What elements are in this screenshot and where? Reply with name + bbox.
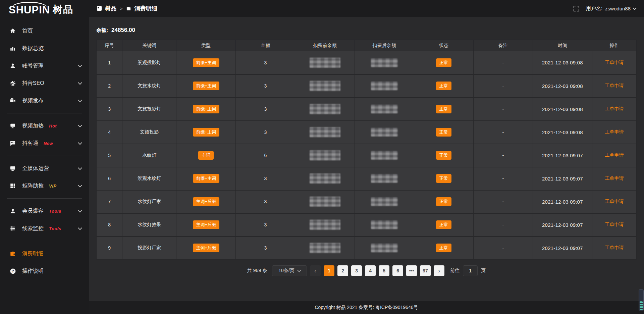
vip-badge: VIP (49, 184, 56, 189)
sidebar-item-all-media[interactable]: 全媒体运营 (0, 160, 89, 177)
row-amount: 6 (236, 144, 295, 167)
col-time: 时间 (533, 40, 592, 51)
row-amount: 3 (236, 74, 295, 98)
ticket-apply-link[interactable]: 工单申请 (605, 60, 624, 65)
table-row: 1 景观投影灯 前缀+主词 3 正常 - 2021-12-03 09:08 工单… (97, 51, 637, 74)
sidebar-item-label: 线索监控 (22, 225, 44, 232)
status-badge: 正常 (436, 151, 451, 160)
table-row: 3 文旅投影灯 前缀+主词 3 正常 - 2021-12-03 09:08 工单… (97, 98, 637, 121)
ticket-apply-link[interactable]: 工单申请 (605, 199, 624, 204)
sidebar-item-video-publish[interactable]: 视频发布 (0, 92, 89, 109)
sidebar-item-douyin-seo[interactable]: 抖音SEO (0, 74, 89, 92)
monitor-icon (9, 165, 16, 172)
main-content: 余额: 24856.00 序号 关键词 类型 金额 扣费前余额 扣费后余额 状态… (89, 17, 644, 301)
col-type: 类型 (176, 40, 236, 51)
fullscreen-icon[interactable] (574, 6, 579, 11)
page-size-value: 10条/页 (278, 268, 294, 274)
ticket-apply-link[interactable]: 工单申请 (605, 129, 624, 135)
sidebar-item-account-mgmt[interactable]: 账号管理 (0, 57, 89, 74)
redacted-balance-after (371, 82, 398, 90)
row-index: 1 (97, 51, 122, 74)
row-remark: - (473, 167, 533, 190)
redacted-balance-after (371, 58, 398, 67)
page-button-6[interactable]: 6 (392, 265, 403, 276)
row-balance-before (295, 74, 355, 98)
ticket-apply-link[interactable]: 工单申请 (605, 175, 624, 181)
sidebar-item-video-heat[interactable]: 视频加热 Hot (0, 117, 89, 135)
status-badge: 正常 (436, 220, 451, 229)
sidebar-item-member-fans[interactable]: 会员爆客 Tools (0, 202, 89, 220)
page-button-5[interactable]: 5 (379, 265, 389, 276)
grid-icon (9, 182, 16, 189)
page-ellipsis-button[interactable]: ••• (406, 265, 417, 276)
ticket-apply-link[interactable]: 工单申请 (605, 245, 624, 250)
type-badge: 前缀+主词 (193, 58, 220, 67)
floating-widget[interactable] (639, 289, 644, 311)
menu-divider (7, 241, 82, 241)
sidebar-item-lead-monitor[interactable]: 线索监控 Tools (0, 220, 89, 237)
gear-icon (9, 80, 16, 87)
col-balance-before: 扣费前余额 (295, 40, 355, 51)
row-balance-after (355, 190, 414, 213)
sidebar-item-consumption-detail[interactable]: 消费明细 (0, 245, 89, 262)
ticket-apply-link[interactable]: 工单申请 (605, 106, 624, 111)
next-page-button[interactable]: › (434, 265, 444, 276)
prev-page-button[interactable]: ‹ (310, 265, 321, 276)
row-amount: 3 (236, 167, 295, 190)
wallet-icon (126, 6, 131, 11)
row-remark: - (473, 74, 533, 98)
sidebar-item-douketong[interactable]: 抖客通 New (0, 135, 89, 152)
user-icon (9, 62, 16, 69)
row-time: 2021-12-03 09:08 (533, 74, 592, 98)
row-balance-before (295, 213, 355, 237)
ticket-apply-link[interactable]: 工单申请 (605, 152, 624, 158)
row-index: 3 (97, 98, 122, 121)
row-time: 2021-12-03 09:08 (533, 121, 592, 144)
row-index: 4 (97, 121, 122, 144)
page-size-select[interactable]: 10条/页 (272, 265, 307, 276)
breadcrumb: 树品 > 消费明细 (97, 5, 157, 12)
page-button-3[interactable]: 3 (351, 265, 362, 276)
row-remark: - (473, 190, 533, 213)
sidebar-item-instructions[interactable]: ? 操作说明 (0, 262, 89, 280)
row-remark: - (473, 213, 533, 237)
page-button-1[interactable]: 1 (324, 265, 334, 276)
consumption-table: 序号 关键词 类型 金额 扣费前余额 扣费后余额 状态 备注 时间 操作 1 景… (96, 40, 637, 260)
row-balance-before (295, 98, 355, 121)
row-balance-after (355, 74, 414, 98)
row-balance-after (355, 167, 414, 190)
type-badge: 主词+后缀 (193, 244, 220, 252)
breadcrumb-root[interactable]: 树品 (105, 5, 116, 12)
sidebar-item-home[interactable]: 首页 (0, 22, 89, 40)
row-keyword: 水纹灯厂家 (122, 190, 176, 213)
sidebar-item-label: 账号管理 (22, 62, 44, 69)
row-remark: - (473, 237, 533, 260)
ticket-apply-link[interactable]: 工单申请 (605, 222, 624, 227)
question-icon: ? (9, 268, 16, 274)
type-badge: 前缀+主词 (193, 105, 220, 113)
footer: Copyright 树品 2021 备案号: 粤ICP备09019646号 (89, 301, 644, 314)
sidebar-item-matrix-boost[interactable]: 矩阵助推 VIP (0, 177, 89, 195)
home-icon (9, 28, 16, 34)
redacted-balance-after (371, 174, 398, 183)
row-balance-after (355, 144, 414, 167)
balance: 余额: 24856.00 (96, 27, 637, 34)
type-badge: 前缀+主词 (193, 82, 220, 90)
user-menu[interactable]: 用户名: zswodun88 (586, 5, 636, 12)
redacted-balance-before (310, 81, 340, 91)
menu-divider (7, 198, 82, 199)
goto-page-input[interactable] (463, 265, 478, 276)
row-amount: 3 (236, 213, 295, 237)
brand-logo-text: SHUPIN (9, 5, 50, 15)
page-button-97[interactable]: 97 (420, 265, 431, 276)
sidebar-item-data-overview[interactable]: 数据总览 (0, 40, 89, 57)
page-button-4[interactable]: 4 (365, 265, 376, 276)
row-keyword: 文旅水纹灯 (122, 74, 176, 98)
screen-play-icon (9, 122, 16, 129)
row-keyword: 景观投影灯 (122, 51, 176, 74)
ticket-apply-link[interactable]: 工单申请 (605, 83, 624, 88)
sidebar-item-label: 消费明细 (22, 250, 44, 257)
row-time: 2021-12-03 09:08 (533, 98, 592, 121)
page-button-2[interactable]: 2 (337, 265, 348, 276)
breadcrumb-separator: > (120, 6, 123, 11)
